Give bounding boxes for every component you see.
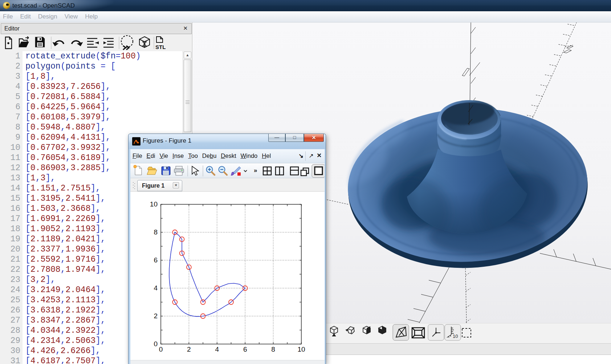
svg-text:8: 8: [271, 345, 275, 353]
svg-text:6: 6: [154, 256, 158, 264]
svg-text:0: 0: [154, 340, 158, 348]
svg-text:10: 10: [453, 334, 458, 339]
svg-text:8: 8: [154, 228, 158, 236]
svg-text:2: 2: [187, 345, 191, 353]
svg-text:0: 0: [159, 345, 163, 353]
svg-text:4: 4: [215, 345, 219, 353]
svg-text:10: 10: [297, 345, 305, 353]
svg-text:6: 6: [243, 345, 247, 353]
svg-text:10: 10: [150, 200, 158, 208]
svg-text:STL: STL: [155, 44, 166, 50]
svg-text:»: »: [254, 167, 257, 174]
svg-text:4: 4: [154, 284, 158, 292]
svg-text:2: 2: [154, 312, 158, 320]
